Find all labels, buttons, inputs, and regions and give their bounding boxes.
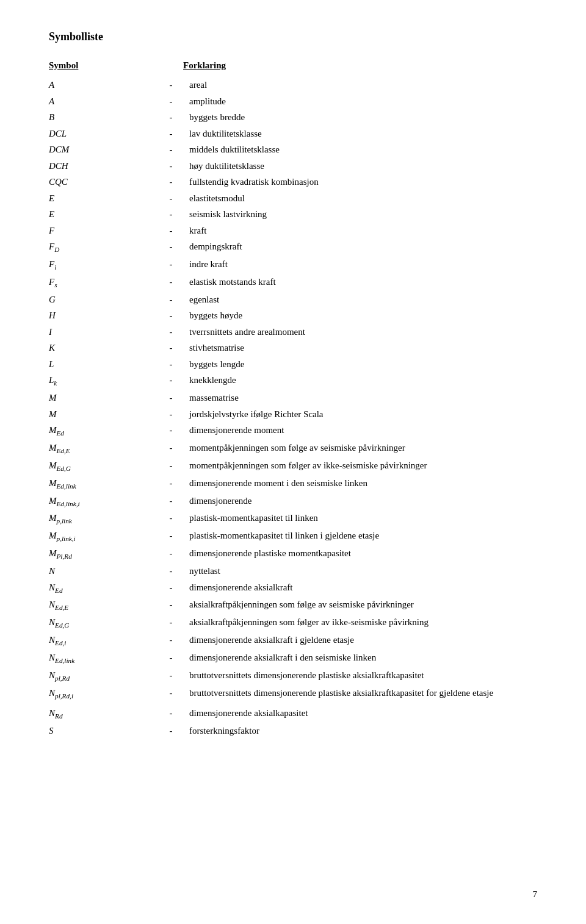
table-row: S - forsterkningsfaktor — [49, 723, 537, 739]
table-row: Npl,Rd,i - bruttotversnittets dimensjone… — [49, 685, 537, 703]
col-header-symbol: Symbol — [49, 60, 159, 77]
table-row: I - tverrsnittets andre arealmoment — [49, 324, 537, 340]
table-row: A - amplitude — [49, 93, 537, 110]
table-row: DCH - høy duktilitetsklasse — [49, 158, 537, 174]
table-row: NRd - dimensjonerende aksialkapasitet — [49, 705, 537, 723]
table-row: NEd,G - aksialkraftpåkjenningen som følg… — [49, 614, 537, 632]
table-row: G - egenlast — [49, 292, 537, 308]
page-title: Symbolliste — [49, 30, 537, 43]
table-row: F - kraft — [49, 223, 537, 239]
table-row: Mp,link - plastisk-momentkapasitet til l… — [49, 510, 537, 528]
table-row: MEd,link - dimensjonerende moment i den … — [49, 475, 537, 493]
table-row: E - seismisk lastvirkning — [49, 206, 537, 223]
table-row: Mp,link,i - plastisk-momentkapasitet til… — [49, 528, 537, 545]
col-header-dash — [159, 60, 183, 77]
table-row: MEd,E - momentpåkjenningen som følge av … — [49, 440, 537, 457]
table-row: Fi - indre kraft — [49, 256, 537, 274]
table-row: NEd,E - aksialkraftpåkjenningen som følg… — [49, 596, 537, 614]
table-row: MEd,link,i - dimensjonerende — [49, 493, 537, 510]
table-row: E - elastitetsmodul — [49, 190, 537, 207]
table-row: MPl,Rd - dimensjonerende plastiske momen… — [49, 545, 537, 563]
table-row: DCM - middels duktilitetsklasse — [49, 141, 537, 158]
table-row: CQC - fullstendig kvadratisk kombinasjon — [49, 174, 537, 190]
page-number: 7 — [533, 889, 538, 900]
table-row: M - massematrise — [49, 390, 537, 406]
table-row: B - byggets bredde — [49, 109, 537, 126]
table-row: M - jordskjelvstyrke ifølge Richter Scal… — [49, 406, 537, 423]
col-header-explanation: Forklaring — [183, 60, 537, 77]
table-row: K - stivhetsmatrise — [49, 340, 537, 356]
table-row: H - byggets høyde — [49, 307, 537, 324]
symbol-table: Symbol Forklaring A - areal A - amplitud… — [49, 60, 537, 739]
table-row: A - areal — [49, 77, 537, 93]
table-row: Fs - elastisk motstands kraft — [49, 274, 537, 292]
table-row: N - nyttelast — [49, 563, 537, 579]
table-row: NEd,i - dimensjonerende aksialkraft i gj… — [49, 632, 537, 650]
table-row: L - byggets lengde — [49, 356, 537, 373]
table-row: Npl,Rd - bruttotversnittets dimensjonere… — [49, 667, 537, 685]
table-row: MEd - dimensjonerende moment — [49, 422, 537, 440]
table-row: DCL - lav duktilitetsklasse — [49, 126, 537, 142]
table-row: Lk - knekklengde — [49, 372, 537, 390]
table-row: NEd - dimensjonerende aksialkraft — [49, 579, 537, 597]
table-row: NEd,link - dimensjonerende aksialkraft i… — [49, 650, 537, 667]
table-row: MEd,G - momentpåkjenningen som følger av… — [49, 457, 537, 475]
table-row: FD - dempingskraft — [49, 238, 537, 256]
